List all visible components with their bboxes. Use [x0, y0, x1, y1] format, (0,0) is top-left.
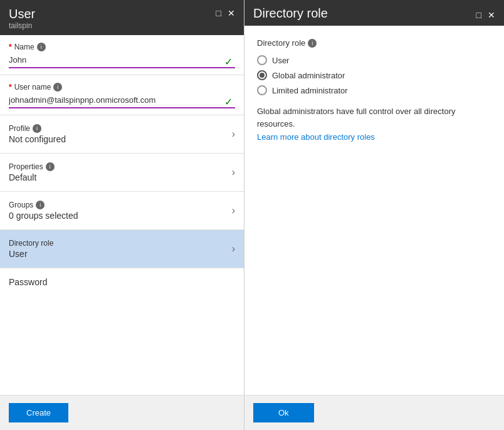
left-close-icon[interactable]: ✕	[228, 9, 235, 18]
profile-info-icon[interactable]: i	[33, 124, 41, 133]
left-header-icons: □ ✕	[216, 9, 235, 18]
directory-role-field-label: Directory role i	[257, 38, 491, 48]
directory-role-info-icon[interactable]: i	[308, 39, 317, 48]
right-panel-header: Directory role □ ✕	[244, 0, 504, 26]
username-input-wrapper: ✓	[9, 94, 235, 108]
directory-role-nav-value: User	[9, 249, 53, 259]
name-required-star: *	[9, 43, 12, 51]
username-label-text: User name	[14, 83, 51, 92]
directory-role-nav-label: Directory role	[9, 239, 53, 248]
radio-circle-limited-admin	[257, 85, 267, 95]
right-panel-title: Directory role	[253, 6, 328, 21]
right-header-icons: □ ✕	[476, 11, 495, 19]
properties-nav-item[interactable]: Properties i Default ›	[0, 154, 244, 192]
profile-nav-item[interactable]: Profile i Not configured ›	[0, 115, 244, 154]
username-info-icon[interactable]: i	[53, 83, 62, 92]
name-input-wrapper: ✓	[9, 54, 235, 68]
directory-role-panel: Directory role □ ✕ Directory role i User…	[244, 0, 504, 430]
username-check-icon: ✓	[224, 95, 233, 107]
radio-option-user[interactable]: User	[257, 55, 491, 65]
password-section: Password	[0, 268, 244, 293]
directory-role-field-label-text: Directory role	[257, 38, 305, 48]
profile-nav-value: Not configured	[9, 134, 66, 144]
name-label: * Name i	[9, 43, 235, 51]
radio-label-limited-admin: Limited administrator	[272, 86, 348, 95]
left-panel-subtitle: tailspin	[9, 21, 35, 30]
groups-info-icon[interactable]: i	[36, 201, 45, 209]
right-close-icon[interactable]: ✕	[488, 11, 495, 19]
properties-nav-content: Properties i Default	[9, 162, 55, 182]
properties-info-icon[interactable]: i	[46, 162, 55, 171]
username-label: * User name i	[9, 83, 235, 92]
learn-more-link[interactable]: Learn more about directory roles	[257, 132, 375, 142]
left-panel-footer: Create	[0, 395, 244, 430]
name-input[interactable]	[9, 54, 235, 68]
name-label-text: Name	[14, 43, 34, 51]
name-check-icon: ✓	[224, 55, 233, 67]
directory-role-nav-content: Directory role User	[9, 239, 53, 259]
radio-circle-user	[257, 55, 267, 65]
radio-option-global-admin[interactable]: Global administrator	[257, 70, 491, 80]
create-button[interactable]: Create	[9, 403, 68, 422]
left-panel-title: User	[9, 6, 35, 21]
groups-label-text: Groups	[9, 201, 33, 209]
username-required-star: *	[9, 83, 12, 92]
profile-chevron-icon: ›	[232, 128, 235, 140]
radio-label-global-admin: Global administrator	[272, 71, 345, 80]
username-section: * User name i ✓	[0, 75, 244, 115]
radio-option-limited-admin[interactable]: Limited administrator	[257, 85, 491, 95]
name-info-icon[interactable]: i	[37, 43, 46, 51]
directory-role-nav-item[interactable]: Directory role User ›	[0, 230, 244, 268]
user-panel: User tailspin □ ✕ * Name i ✓ * User name	[0, 0, 244, 430]
radio-group: User Global administrator Limited admini…	[257, 55, 491, 95]
groups-nav-item[interactable]: Groups i 0 groups selected ›	[0, 192, 244, 230]
profile-label-text: Profile	[9, 124, 30, 133]
left-panel-content: * Name i ✓ * User name i ✓	[0, 35, 244, 395]
groups-nav-value: 0 groups selected	[9, 211, 78, 221]
password-label: Password	[9, 277, 235, 287]
profile-nav-content: Profile i Not configured	[9, 124, 66, 144]
left-panel-title-block: User tailspin	[9, 6, 35, 30]
right-minimize-icon[interactable]: □	[476, 11, 481, 19]
name-section: * Name i ✓	[0, 35, 244, 75]
directory-role-label-text: Directory role	[9, 239, 53, 248]
groups-chevron-icon: ›	[232, 205, 235, 216]
profile-nav-label: Profile i	[9, 124, 66, 133]
right-panel-content: Directory role i User Global administrat…	[244, 26, 504, 395]
right-panel-footer: Ok	[244, 395, 504, 430]
username-input[interactable]	[9, 94, 235, 108]
groups-nav-content: Groups i 0 groups selected	[9, 201, 78, 221]
properties-chevron-icon: ›	[232, 167, 235, 178]
properties-label-text: Properties	[9, 162, 43, 171]
left-panel-header: User tailspin □ ✕	[0, 0, 244, 35]
properties-nav-value: Default	[9, 172, 55, 182]
directory-role-chevron-icon: ›	[232, 243, 235, 254]
properties-nav-label: Properties i	[9, 162, 55, 171]
description-text: Global administrators have full control …	[257, 105, 491, 130]
left-minimize-icon[interactable]: □	[216, 9, 221, 18]
radio-circle-global-admin	[257, 70, 267, 80]
radio-label-user: User	[272, 56, 289, 65]
groups-nav-label: Groups i	[9, 201, 78, 209]
ok-button[interactable]: Ok	[253, 403, 314, 422]
